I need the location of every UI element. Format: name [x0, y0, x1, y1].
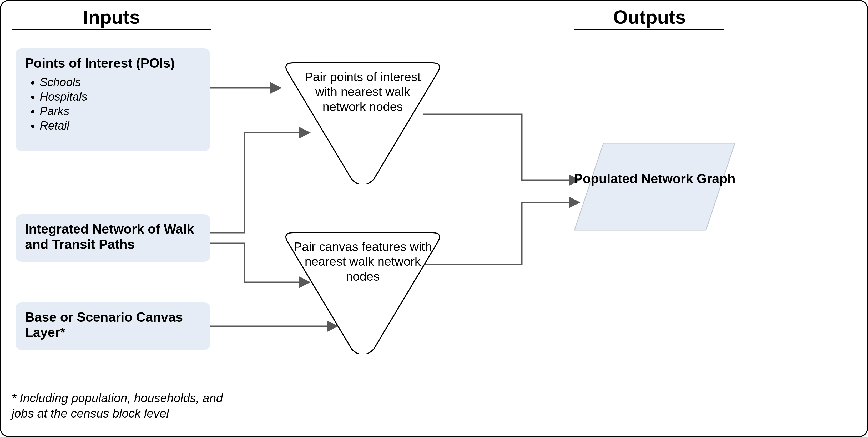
list-item: Schools — [40, 75, 201, 89]
outputs-heading-text: Outputs — [613, 7, 686, 28]
input-network-title: Integrated Network of Walk and Transit P… — [25, 222, 201, 252]
list-item: Hospitals — [40, 89, 201, 104]
input-box-network: Integrated Network of Walk and Transit P… — [16, 214, 210, 262]
process-pair-canvas-label: Pair canvas features with nearest walk n… — [281, 239, 444, 284]
input-canvas-title: Base or Scenario Canvas Layer* — [25, 310, 201, 340]
parallelogram-shape — [572, 141, 738, 233]
inputs-heading: Inputs — [11, 6, 212, 30]
process-pair-canvas: Pair canvas features with nearest walk n… — [281, 228, 444, 354]
process-pair-poi: Pair points of interest with nearest wal… — [281, 58, 444, 184]
output-populated-graph: Populated Network Graph — [572, 141, 738, 233]
process-pair-poi-label: Pair points of interest with nearest wal… — [281, 69, 444, 114]
input-box-poi: Points of Interest (POIs) Schools Hospit… — [16, 49, 210, 151]
flow-diagram: Inputs Outputs Points of Interest (POIs)… — [0, 0, 868, 437]
list-item: Parks — [40, 104, 201, 118]
input-poi-list: Schools Hospitals Parks Retail — [25, 75, 201, 133]
output-label: Populated Network Graph — [572, 171, 738, 187]
inputs-heading-text: Inputs — [83, 7, 140, 28]
outputs-heading: Outputs — [575, 6, 724, 30]
list-item: Retail — [40, 118, 201, 133]
footnote: * Including population, households, and … — [11, 391, 248, 421]
input-poi-title: Points of Interest (POIs) — [25, 56, 201, 71]
input-box-canvas: Base or Scenario Canvas Layer* — [16, 302, 210, 350]
